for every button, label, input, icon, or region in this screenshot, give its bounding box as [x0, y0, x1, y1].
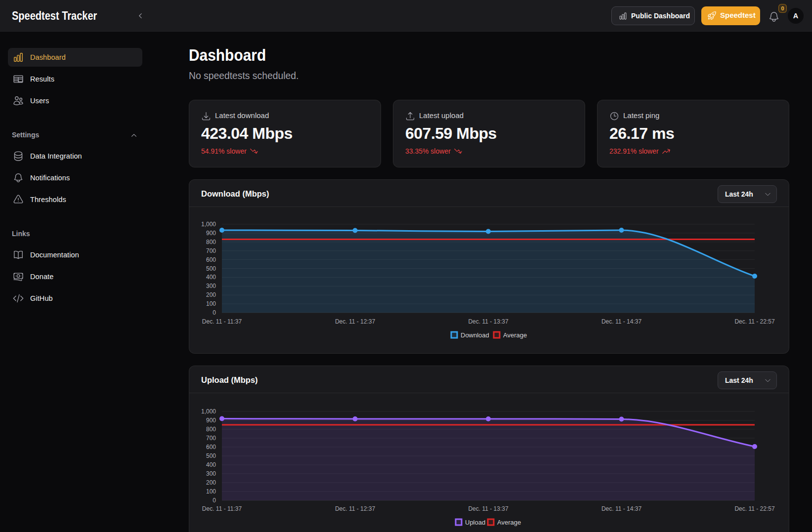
- svg-text:700: 700: [206, 247, 216, 254]
- svg-text:Dec. 11 - 22:57: Dec. 11 - 22:57: [734, 318, 774, 325]
- svg-text:0: 0: [213, 497, 216, 504]
- svg-text:Dec. 11 - 13:37: Dec. 11 - 13:37: [468, 505, 508, 512]
- svg-text:700: 700: [206, 435, 216, 442]
- svg-text:400: 400: [206, 461, 216, 468]
- svg-text:900: 900: [206, 230, 216, 237]
- svg-text:Dec. 11 - 13:37: Dec. 11 - 13:37: [468, 318, 508, 325]
- svg-text:Average: Average: [497, 519, 521, 526]
- svg-text:Dec. 11 - 22:57: Dec. 11 - 22:57: [734, 505, 774, 512]
- svg-text:0: 0: [213, 309, 216, 316]
- svg-text:900: 900: [206, 417, 216, 424]
- svg-text:300: 300: [206, 470, 216, 477]
- svg-text:Average: Average: [503, 331, 527, 339]
- svg-text:1,000: 1,000: [201, 408, 216, 415]
- svg-text:800: 800: [206, 239, 216, 246]
- svg-text:Dec. 11 - 11:37: Dec. 11 - 11:37: [202, 318, 242, 325]
- svg-text:500: 500: [206, 452, 216, 459]
- svg-text:500: 500: [206, 265, 216, 272]
- svg-text:200: 200: [206, 479, 216, 486]
- svg-text:Dec. 11 - 12:37: Dec. 11 - 12:37: [335, 318, 375, 325]
- svg-text:Dec. 11 - 12:37: Dec. 11 - 12:37: [335, 505, 375, 512]
- svg-text:600: 600: [206, 256, 216, 263]
- svg-text:800: 800: [206, 426, 216, 433]
- svg-text:1,000: 1,000: [201, 221, 216, 228]
- svg-text:Dec. 11 - 14:37: Dec. 11 - 14:37: [601, 318, 641, 325]
- svg-text:Download: Download: [461, 331, 489, 339]
- svg-text:400: 400: [206, 274, 216, 281]
- svg-text:Dec. 11 - 14:37: Dec. 11 - 14:37: [601, 505, 641, 512]
- svg-text:100: 100: [206, 488, 216, 495]
- svg-text:Dec. 11 - 11:37: Dec. 11 - 11:37: [202, 505, 242, 512]
- svg-text:100: 100: [206, 300, 216, 307]
- svg-text:600: 600: [206, 444, 216, 450]
- svg-text:200: 200: [206, 291, 216, 298]
- svg-text:Upload: Upload: [465, 519, 485, 526]
- svg-text:300: 300: [206, 283, 216, 289]
